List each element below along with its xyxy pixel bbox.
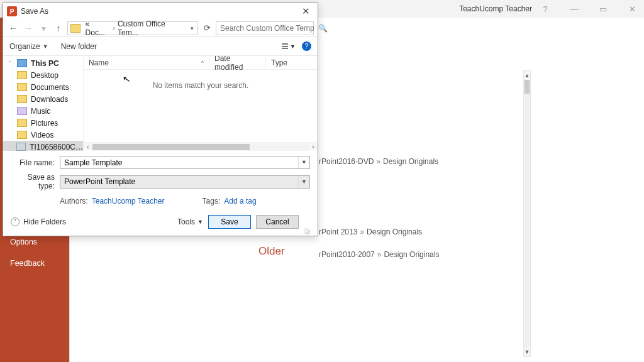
tree-label: TI10658600C (C: xyxy=(30,143,83,151)
tree-node[interactable]: Downloads xyxy=(3,93,83,105)
refresh-button[interactable]: ⟳ xyxy=(201,23,213,33)
tools-menu[interactable]: Tools▼ xyxy=(177,217,203,226)
tags-value[interactable]: Add a tag xyxy=(224,197,256,206)
chevron-down-icon[interactable]: ▼ xyxy=(43,43,48,50)
filename-label: File name: xyxy=(11,158,60,167)
recent-item[interactable]: rPoint 2013»Design Originals xyxy=(319,228,439,236)
folder-tree: ˅This PCDesktopDocumentsDownloadsMusicPi… xyxy=(3,56,84,151)
music-icon xyxy=(17,107,27,115)
scroll-left-icon[interactable]: ‹ xyxy=(84,143,92,150)
empty-message: No items match your search. xyxy=(84,70,318,101)
organize-menu[interactable]: Organize xyxy=(9,42,40,51)
dialog-title: Save As xyxy=(21,7,48,16)
user-name: TeachUcomp Teacher xyxy=(459,4,537,13)
folder-icon xyxy=(70,24,80,33)
scroll-down-icon[interactable]: ▼ xyxy=(524,348,530,356)
powerpoint-icon: P xyxy=(7,6,17,16)
column-name[interactable]: Name^ xyxy=(84,56,209,69)
filetype-label: Save as type: xyxy=(11,173,60,190)
tree-node[interactable]: Desktop xyxy=(3,69,83,81)
horizontal-scrollbar[interactable]: ‹ › xyxy=(84,142,318,151)
cancel-button[interactable]: Cancel xyxy=(256,215,299,229)
file-list-pane: Name^ Date modified Type No items match … xyxy=(84,56,318,151)
nav-forward-button[interactable]: → xyxy=(22,23,35,33)
address-bar[interactable]: « Doc... › Custom Office Tem... ▾ xyxy=(67,21,198,35)
maximize-button[interactable]: ▭ xyxy=(595,4,611,14)
breadcrumb-part[interactable]: « Doc... xyxy=(83,19,113,37)
scroll-thumb[interactable] xyxy=(525,80,530,94)
view-mode-button[interactable]: ▼ xyxy=(282,43,296,50)
search-icon[interactable]: 🔍 xyxy=(318,24,328,33)
help-button[interactable]: ? xyxy=(537,4,553,14)
fld-icon xyxy=(17,95,27,103)
close-window-button[interactable]: ✕ xyxy=(624,4,640,14)
nav-back-button[interactable]: ← xyxy=(7,23,19,33)
resize-grip[interactable] xyxy=(304,228,310,234)
sort-asc-icon: ^ xyxy=(201,60,204,66)
chevron-down-icon[interactable]: ▼ xyxy=(298,156,309,168)
tree-label: Documents xyxy=(31,83,69,92)
recent-item[interactable]: rPoint2010-2007»Design Originals xyxy=(319,250,439,259)
hide-folders-button[interactable]: ˄ Hide Folders xyxy=(11,217,66,226)
search-box[interactable]: 🔍 xyxy=(216,21,314,35)
nav-recent-button[interactable]: ▾ xyxy=(37,23,50,33)
scroll-up-icon[interactable]: ▲ xyxy=(524,71,530,80)
authors-label: Authors: xyxy=(60,197,88,206)
tree-node[interactable]: Videos xyxy=(3,129,83,141)
scroll-right-icon[interactable]: › xyxy=(309,143,318,150)
tree-node[interactable]: TI10658600C (C: xyxy=(3,141,83,151)
tree-node[interactable]: Music xyxy=(3,105,83,117)
content-scrollbar[interactable]: ▲ ▼ xyxy=(523,70,531,357)
tree-label: This PC xyxy=(31,59,59,68)
column-type[interactable]: Type xyxy=(266,56,318,69)
tree-label: Pictures xyxy=(31,119,58,128)
minimize-button[interactable]: — xyxy=(566,4,582,14)
sidebar-item-feedback[interactable]: Feedback xyxy=(0,253,69,274)
tree-node[interactable]: Pictures xyxy=(3,117,83,129)
fld-icon xyxy=(17,131,27,139)
drive-icon xyxy=(16,143,26,151)
tags-label: Tags: xyxy=(203,197,221,206)
filename-field[interactable]: ▼ xyxy=(60,156,310,169)
tree-label: Desktop xyxy=(31,71,58,80)
pc-icon xyxy=(17,59,27,67)
recent-list: rPoint2016-DVD»Design Originals rPoint 2… xyxy=(319,143,439,273)
tree-label: Music xyxy=(31,107,50,116)
filetype-field[interactable]: ▼ xyxy=(60,175,310,189)
older-heading: Older xyxy=(258,245,285,258)
filetype-input[interactable] xyxy=(60,177,298,186)
tree-label: Downloads xyxy=(31,95,68,104)
tree-label: Videos xyxy=(31,131,53,140)
tree-node[interactable]: Documents xyxy=(3,81,83,93)
column-date[interactable]: Date modified xyxy=(209,56,266,69)
close-dialog-button[interactable]: ✕ xyxy=(297,4,315,18)
tree-node[interactable]: ˅This PC xyxy=(3,57,83,69)
address-dropdown[interactable]: ▾ xyxy=(188,25,196,31)
fld-icon xyxy=(17,83,27,91)
new-folder-button[interactable]: New folder xyxy=(61,42,97,51)
fld-icon xyxy=(17,119,27,127)
search-input[interactable] xyxy=(216,24,318,33)
help-icon[interactable]: ? xyxy=(302,41,311,51)
scroll-thumb[interactable] xyxy=(92,144,250,150)
chevron-down-icon[interactable]: ▼ xyxy=(298,176,309,188)
fld-icon xyxy=(17,71,27,79)
list-icon xyxy=(282,43,288,49)
recent-item[interactable]: rPoint2016-DVD»Design Originals xyxy=(319,157,439,166)
chevron-up-icon: ˄ xyxy=(11,217,19,226)
save-button[interactable]: Save xyxy=(208,215,251,229)
authors-value[interactable]: TeachUcomp Teacher xyxy=(92,197,165,206)
nav-up-button[interactable]: ↑ xyxy=(52,23,65,33)
expand-icon[interactable]: ˅ xyxy=(8,60,13,67)
breadcrumb-part[interactable]: Custom Office Tem... xyxy=(115,19,188,37)
save-as-dialog: P Save As ✕ ← → ▾ ↑ « Doc... › Custom Of… xyxy=(3,3,318,236)
filename-input[interactable] xyxy=(60,158,298,167)
